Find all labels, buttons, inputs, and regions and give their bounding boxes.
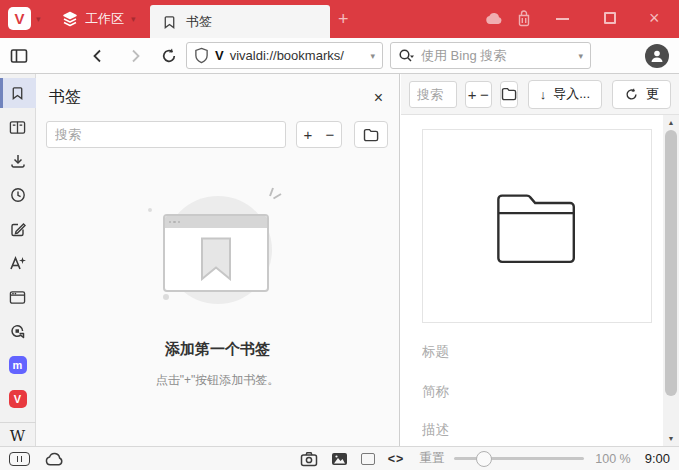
search-input[interactable] xyxy=(421,48,572,63)
sidebar-item-vivaldi-panel[interactable]: V xyxy=(0,384,36,414)
tab-bookmarks[interactable]: 书签 xyxy=(150,5,330,38)
bookmark-thumbnail-preview xyxy=(422,129,652,323)
titlebar: V ▾ 工作区 ▾ 书签 + × xyxy=(0,0,679,38)
panel-title: 书签 xyxy=(49,87,81,108)
page-actions-image-button[interactable] xyxy=(331,452,348,466)
import-button-label: 导入... xyxy=(553,85,590,103)
more-button-label: 更 xyxy=(646,85,659,103)
cloud-icon[interactable] xyxy=(45,452,64,466)
zoom-reset-button[interactable]: 重置 xyxy=(419,450,444,467)
search-field[interactable]: ▾ xyxy=(390,42,591,69)
remove-bookmark-button[interactable]: − xyxy=(319,122,341,147)
capture-page-button[interactable] xyxy=(300,451,318,467)
panel-toggle-icon[interactable] xyxy=(10,38,28,73)
bookmark-title-field[interactable] xyxy=(422,341,612,361)
reload-button[interactable] xyxy=(160,38,178,73)
profile-avatar[interactable] xyxy=(645,44,669,68)
page-add-remove-group: + − xyxy=(465,81,492,108)
zoom-slider-handle[interactable] xyxy=(476,451,492,467)
workspace-button[interactable]: 工作区 ▾ xyxy=(62,0,136,38)
new-folder-button[interactable] xyxy=(354,121,388,148)
scrollbar-thumb[interactable] xyxy=(665,130,677,396)
zoom-level-label: 100 % xyxy=(595,452,630,466)
remove-bookmark-button[interactable]: − xyxy=(478,82,490,107)
page-tiling-button[interactable] xyxy=(361,453,375,465)
sidebar-item-downloads[interactable] xyxy=(0,146,36,176)
window-close-button[interactable]: × xyxy=(649,6,660,30)
loop-arrow-icon xyxy=(9,323,26,339)
sidebar-item-mastodon[interactable]: m xyxy=(0,350,36,380)
bookmarks-search-input[interactable] xyxy=(409,81,457,108)
bookmark-icon xyxy=(10,85,25,101)
break-mode-button[interactable] xyxy=(9,452,30,466)
sidebar-item-tab-cycler[interactable] xyxy=(0,316,36,346)
address-url: vivaldi://bookmarks/ xyxy=(230,48,344,63)
translate-icon xyxy=(9,255,26,271)
vivaldi-menu-button[interactable]: V ▾ xyxy=(8,7,41,30)
sidebar-item-history[interactable] xyxy=(0,180,36,210)
bookmark-nickname-field[interactable] xyxy=(422,381,612,401)
tile-square-icon xyxy=(361,453,375,465)
sync-cloud-icon[interactable] xyxy=(485,11,503,25)
new-tab-button[interactable]: + xyxy=(338,0,349,38)
panel-search-input[interactable] xyxy=(46,121,286,148)
sidebar-item-reading-list[interactable] xyxy=(0,112,36,142)
trash-icon[interactable] xyxy=(516,10,532,27)
clock-icon xyxy=(10,187,26,203)
vivaldi-browser-window: V ▾ 工作区 ▾ 书签 + × xyxy=(0,0,679,470)
panel-add-remove-group: + − xyxy=(296,121,342,148)
update-thumbnails-button[interactable]: 更 xyxy=(612,80,671,109)
wikipedia-icon: W xyxy=(10,427,25,445)
book-icon xyxy=(9,120,26,135)
chevron-down-icon: ▾ xyxy=(36,14,41,24)
sidebar-item-window[interactable] xyxy=(0,282,36,312)
folder-icon xyxy=(363,128,379,142)
address-dropdown-icon[interactable]: ▾ xyxy=(370,51,375,61)
chevron-down-icon: ▾ xyxy=(131,14,136,24)
shield-icon xyxy=(194,47,209,64)
zoom-slider-track[interactable] xyxy=(454,457,584,460)
panel-close-button[interactable]: × xyxy=(374,90,383,106)
window-maximize-button[interactable] xyxy=(604,12,616,24)
page-scrollbar[interactable]: ▲ ▼ xyxy=(663,115,679,446)
folder-outline-icon xyxy=(491,186,583,266)
sidebar-item-translate[interactable] xyxy=(0,248,36,278)
vivaldi-icon: V xyxy=(9,390,27,408)
folder-icon xyxy=(501,87,517,101)
sidebar-item-wikipedia-webpanel[interactable]: W xyxy=(0,426,36,446)
forward-button[interactable] xyxy=(126,38,144,73)
search-engine-dropdown-icon[interactable]: ▾ xyxy=(578,51,583,61)
clock[interactable]: 9:00 xyxy=(645,451,670,466)
browser-window-graphic xyxy=(163,214,269,292)
workspace-label: 工作区 xyxy=(85,10,124,28)
scroll-down-arrow[interactable]: ▼ xyxy=(663,435,679,442)
search-icon xyxy=(398,48,415,64)
add-bookmark-button[interactable]: + xyxy=(466,82,478,107)
bookmark-icon xyxy=(162,14,177,30)
layers-icon xyxy=(62,11,78,27)
arrow-down-icon: ↓ xyxy=(540,87,547,102)
new-folder-button[interactable] xyxy=(500,81,518,108)
refresh-icon xyxy=(624,87,639,102)
developer-tools-button[interactable]: <> xyxy=(388,452,405,466)
sidebar-item-bookmarks[interactable] xyxy=(0,78,36,108)
zoom-slider[interactable] xyxy=(454,451,584,467)
mastodon-icon: m xyxy=(9,356,27,374)
panel-sidebar: m V W xyxy=(0,74,36,446)
window-graphic-titlebar xyxy=(165,216,267,228)
scroll-up-arrow[interactable]: ▲ xyxy=(663,119,679,126)
add-bookmark-button[interactable]: + xyxy=(297,122,319,147)
bookmark-description-field[interactable] xyxy=(422,419,612,439)
sidebar-item-notes[interactable] xyxy=(0,214,36,244)
back-button[interactable] xyxy=(89,38,107,73)
bookmark-detail-pane xyxy=(401,115,679,446)
empty-state-hint: 点击"+"按钮添加书签。 xyxy=(36,372,399,389)
decor-dot xyxy=(163,294,169,300)
empty-state-illustration xyxy=(133,188,303,318)
import-bookmarks-button[interactable]: ↓ 导入... xyxy=(528,80,602,109)
tab-title: 书签 xyxy=(186,13,212,31)
address-field[interactable]: V vivaldi://bookmarks/ ▾ xyxy=(186,42,383,69)
sparkle-icon xyxy=(259,186,283,210)
window-minimize-button[interactable] xyxy=(556,18,569,20)
vivaldi-logo: V xyxy=(8,7,31,30)
